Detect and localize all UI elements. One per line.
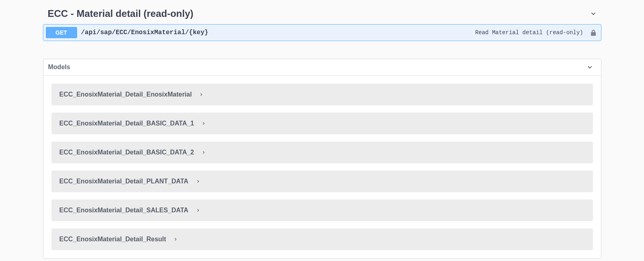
chevron-right-icon: [201, 150, 206, 155]
lock-icon[interactable]: [590, 29, 597, 36]
endpoint-path: /api/sap/ECC/EnosixMaterial/{key}: [81, 29, 209, 36]
model-item[interactable]: ECC_EnosixMaterial_Detail_BASIC_DATA_1: [51, 113, 593, 134]
models-list: ECC_EnosixMaterial_Detail_EnosixMaterial…: [43, 76, 601, 258]
chevron-down-icon: [589, 10, 597, 18]
chevron-down-icon: [586, 63, 594, 71]
model-name: ECC_EnosixMaterial_Detail_SALES_DATA: [59, 207, 188, 214]
page-container: ECC - Material detail (read-only) GET /a…: [43, 0, 601, 259]
chevron-right-icon: [196, 179, 200, 184]
model-item[interactable]: ECC_EnosixMaterial_Detail_EnosixMaterial: [51, 84, 593, 105]
models-title: Models: [48, 64, 70, 71]
model-name: ECC_EnosixMaterial_Detail_Result: [59, 236, 166, 243]
section-title: ECC - Material detail (read-only): [48, 8, 194, 19]
chevron-right-icon: [199, 92, 204, 97]
model-item[interactable]: ECC_EnosixMaterial_Detail_SALES_DATA: [51, 199, 593, 221]
model-name: ECC_EnosixMaterial_Detail_BASIC_DATA_1: [59, 120, 194, 127]
model-item[interactable]: ECC_EnosixMaterial_Detail_BASIC_DATA_2: [51, 142, 593, 163]
endpoint-description: Read Material detail (read-only): [475, 29, 583, 36]
http-method-badge: GET: [46, 27, 77, 38]
models-header[interactable]: Models: [43, 59, 601, 76]
chevron-right-icon: [173, 237, 178, 242]
model-name: ECC_EnosixMaterial_Detail_PLANT_DATA: [59, 178, 188, 185]
model-name: ECC_EnosixMaterial_Detail_EnosixMaterial: [59, 91, 192, 98]
endpoint-list: GET /api/sap/ECC/EnosixMaterial/{key} Re…: [43, 24, 601, 41]
model-name: ECC_EnosixMaterial_Detail_BASIC_DATA_2: [59, 149, 194, 156]
section-header[interactable]: ECC - Material detail (read-only): [43, 6, 601, 22]
chevron-right-icon: [201, 121, 206, 126]
model-item[interactable]: ECC_EnosixMaterial_Detail_PLANT_DATA: [51, 171, 593, 192]
models-panel: Models ECC_EnosixMaterial_Detail_EnosixM…: [43, 59, 601, 259]
endpoint-row[interactable]: GET /api/sap/ECC/EnosixMaterial/{key} Re…: [43, 24, 601, 41]
chevron-right-icon: [196, 208, 200, 213]
model-item[interactable]: ECC_EnosixMaterial_Detail_Result: [51, 228, 593, 250]
